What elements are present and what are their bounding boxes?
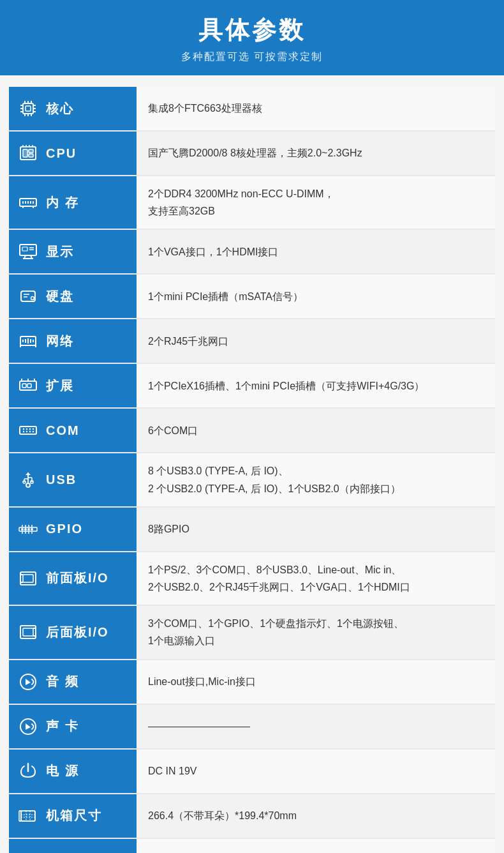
table-row: 机箱尺寸266.4（不带耳朵）*199.4*70mm [9,794,495,838]
label-cell-front-panel: 前面板I/O [9,552,137,605]
value-cell-weight: 约1.5kg [137,838,495,854]
label-text-hdd: 硬盘 [46,288,74,305]
label-cell-size: 机箱尺寸 [9,794,137,838]
page-title: 具体参数 [13,14,491,47]
value-cell-com: 6个COM口 [137,408,495,453]
svg-point-72 [21,528,24,531]
svg-rect-85 [23,575,33,582]
value-cell-display: 1个VGA接口，1个HDMI接口 [137,229,495,274]
value-cell-soundcard: —————————— [137,704,495,749]
label-cell-com: COM [9,408,137,453]
svg-point-62 [29,431,31,432]
value-cell-power: DC IN 19V [137,749,495,794]
svg-point-73 [24,528,27,531]
label-cell-display: 显示 [9,229,137,274]
cpu-icon [15,140,41,166]
svg-point-61 [26,431,27,432]
table-container: 核心集成8个FTC663处理器核 CPU国产飞腾D2000/8 8核处理器，主频… [0,75,504,853]
svg-point-38 [31,297,34,300]
label-cell-network: 网络 [9,319,137,363]
audio-icon [15,669,41,695]
table-row: 内 存2个DDR4 3200MHz non-ECC U-DIMM，支持至高32G… [9,176,495,229]
label-cell-audio: 音 频 [9,660,137,704]
gpio-icon [15,517,41,542]
svg-point-70 [26,483,30,487]
svg-rect-15 [23,149,27,157]
power-icon [15,759,41,784]
table-row: 显示1个VGA接口，1个HDMI接口 [9,229,495,274]
label-text-memory: 内 存 [46,194,79,211]
svg-rect-94 [21,811,35,821]
label-cell-gpio: GPIO [9,507,137,552]
value-cell-cpu: 国产飞腾D2000/8 8核处理器，主频2.0~2.3GHz [137,131,495,176]
memory-icon [15,190,41,215]
value-cell-memory: 2个DDR4 3200MHz non-ECC U-DIMM，支持至高32GB [137,176,495,229]
svg-rect-89 [23,628,33,636]
value-cell-audio: Line-out接口,Mic-in接口 [137,660,495,704]
page-subtitle: 多种配置可选 可按需求定制 [13,50,491,64]
label-text-com: COM [46,423,80,438]
svg-point-60 [23,431,24,432]
svg-rect-17 [29,154,33,157]
size-icon [15,803,41,829]
soundcard-icon [15,714,41,739]
label-text-core: 核心 [46,100,74,117]
svg-rect-24 [25,201,26,204]
value-cell-usb: 8 个USB3.0 (TYPE-A, 后 IO)、2 个USB2.0 (TYPE… [137,453,495,506]
panel-icon2 [15,619,41,645]
svg-point-74 [27,528,30,531]
usb-icon [15,467,41,493]
svg-rect-23 [22,201,24,204]
label-text-gpio: GPIO [46,522,83,536]
value-cell-rear-panel: 3个COM口、1个GPIO、1个硬盘指示灯、1个电源按钮、1个电源输入口 [137,605,495,659]
expand-icon [15,373,41,398]
label-cell-soundcard: 声 卡 [9,704,137,749]
svg-rect-50 [22,384,26,388]
table-row: 核心集成8个FTC663处理器核 [9,87,495,131]
label-cell-weight: kg 整机重量 [9,838,137,854]
label-cell-cpu: CPU [9,131,137,176]
cpu-chip-icon [15,96,41,121]
value-cell-core: 集成8个FTC663处理器核 [137,87,495,131]
value-cell-gpio: 8路GPIO [137,507,495,552]
table-row: 音 频Line-out接口,Mic-in接口 [9,660,495,704]
label-cell-expand: 扩展 [9,363,137,408]
label-text-size: 机箱尺寸 [46,807,102,824]
label-text-cpu: CPU [46,146,77,161]
com-icon [15,418,41,443]
label-text-usb: USB [46,472,77,487]
svg-rect-0 [23,103,33,114]
svg-point-57 [26,428,27,430]
display-icon [15,239,41,264]
label-cell-memory: 内 存 [9,176,137,229]
table-row: GPIO8路GPIO [9,507,495,552]
table-row: 扩展1个PCIeX16插槽、1个mini PCIe插槽（可支持WIFI+4G/3… [9,363,495,408]
table-row: 声 卡—————————— [9,704,495,749]
svg-rect-27 [33,201,34,204]
label-text-soundcard: 声 卡 [46,718,79,735]
svg-point-63 [33,431,34,432]
svg-point-59 [33,428,34,430]
label-text-rear-panel: 后面板I/O [46,624,109,641]
label-text-expand: 扩展 [46,377,74,395]
hdd-icon [15,283,41,309]
label-cell-core: 核心 [9,87,137,131]
weight-icon: kg [15,848,41,854]
table-row: 电 源DC IN 19V [9,749,495,794]
svg-rect-55 [20,426,36,434]
label-text-front-panel: 前面板I/O [46,570,109,587]
value-cell-network: 2个RJ45千兆网口 [137,319,495,363]
label-cell-hdd: 硬盘 [9,274,137,319]
svg-rect-26 [30,201,31,204]
label-cell-power: 电 源 [9,749,137,794]
network-icon [15,328,41,354]
specs-table: 核心集成8个FTC663处理器核 CPU国产飞腾D2000/8 8核处理器，主频… [9,87,495,853]
svg-rect-51 [27,384,31,388]
panel-icon [15,566,41,591]
label-cell-rear-panel: 后面板I/O [9,605,137,659]
label-text-audio: 音 频 [46,673,79,690]
table-row: kg 整机重量约1.5kg [9,838,495,854]
table-row: 前面板I/O1个PS/2、3个COM口、8个USB3.0、Line-out、Mi… [9,552,495,605]
svg-rect-25 [27,201,29,204]
svg-point-56 [23,428,24,430]
